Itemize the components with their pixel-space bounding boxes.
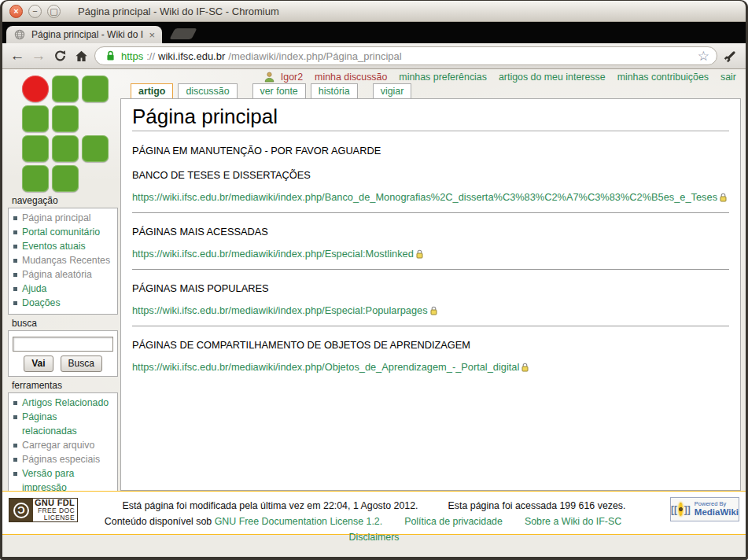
username: Igor2 xyxy=(281,72,303,83)
page-footer: Ɔ GNU FDL FREE DOC LICENSE Está página f… xyxy=(2,491,746,535)
copyleft-icon: Ɔ xyxy=(9,499,33,521)
disclaimers-link[interactable]: Disclaimers xyxy=(348,532,399,543)
tab-vigiar[interactable]: vigiar xyxy=(373,83,412,98)
forward-button[interactable]: → xyxy=(31,48,46,64)
url-separator: :// xyxy=(146,50,155,62)
search-title: busca xyxy=(8,319,118,329)
bullet-icon xyxy=(13,230,17,234)
mw-bracket-left: [[ xyxy=(671,504,677,515)
sidebar-item-pagina-principal[interactable]: Página principal xyxy=(13,211,114,225)
powered-by-text: Powered By xyxy=(695,501,726,507)
browser-window: × − ▢ Página principal - Wiki do IF-SC -… xyxy=(0,0,748,560)
reload-icon[interactable] xyxy=(52,48,68,64)
tab-strip: Página principal - Wiki do I × xyxy=(2,22,746,43)
bullet-icon xyxy=(13,259,17,263)
section-heading: BANCO DE TESES E DISSERTAÇÕES xyxy=(132,169,729,181)
tool-item-carregar-arquivo[interactable]: Carregar arquivo xyxy=(13,438,114,452)
external-link-popularpages[interactable]: https://wiki.ifsc.edu.br/mediawiki/index… xyxy=(132,304,437,316)
https-lock-icon[interactable] xyxy=(102,48,118,64)
tab-close-icon[interactable]: × xyxy=(147,29,157,41)
external-link-teses[interactable]: https://wiki.ifsc.edu.br/mediawiki/index… xyxy=(132,191,727,203)
browser-toolbar: ← → https://wiki.ifsc.edu.br/mediawiki/i… xyxy=(2,43,746,69)
window-title: Página principal - Wiki do IF-SC - Chrom… xyxy=(78,6,279,17)
section-divider xyxy=(132,269,729,270)
external-link-objetos-aprendizagem[interactable]: https://wiki.ifsc.edu.br/mediawiki/index… xyxy=(132,361,529,373)
section-divider xyxy=(132,212,729,213)
url-path: /mediawiki/index.php/Página_principal xyxy=(228,50,694,62)
external-lock-icon xyxy=(521,363,529,372)
wiki-page: Igor2 minha discussão minhas preferência… xyxy=(2,69,746,557)
preferences-link[interactable]: minhas preferências xyxy=(399,72,487,83)
external-link-mostlinked[interactable]: https://wiki.ifsc.edu.br/mediawiki/index… xyxy=(132,248,423,260)
my-talk-link[interactable]: minha discussão xyxy=(315,72,387,83)
tab-historia[interactable]: história xyxy=(311,83,358,98)
watchlist-link[interactable]: artigos do meu interesse xyxy=(499,72,606,83)
navigation-title: navegação xyxy=(8,196,118,206)
window-maximize-button[interactable]: ▢ xyxy=(47,5,61,18)
wrench-menu-icon[interactable] xyxy=(723,48,739,64)
bullet-icon xyxy=(13,401,17,405)
logout-link[interactable]: sair xyxy=(720,72,736,83)
external-lock-icon xyxy=(430,306,437,315)
mediawiki-badge[interactable]: [[ ]] Powered By MediaWiki xyxy=(670,497,739,521)
bullet-icon xyxy=(13,301,17,305)
footer-line-2: Conteúdo disponível sob GNU Free Documen… xyxy=(81,514,667,545)
tab-title: Página principal - Wiki do I xyxy=(31,29,143,40)
search-input[interactable] xyxy=(13,337,113,352)
section-heading: PÁGINAS DE COMPARTILHAMENTO DE OBJETOS D… xyxy=(132,339,729,351)
home-icon[interactable] xyxy=(73,48,89,64)
browser-tab[interactable]: Página principal - Wiki do I × xyxy=(6,26,162,43)
tab-discussao[interactable]: discussão xyxy=(178,83,237,98)
sidebar-item-pagina-aleatoria[interactable]: Página aleatória xyxy=(13,267,114,282)
bullet-icon xyxy=(13,458,17,462)
external-lock-icon xyxy=(720,193,727,202)
access-count-text: Esta página foi acessada 199 616 vezes. xyxy=(448,500,626,511)
globe-favicon-icon xyxy=(12,27,28,42)
tool-item-paginas-especiais[interactable]: Páginas especiais xyxy=(13,452,114,466)
tab-ver-fonte[interactable]: ver fonte xyxy=(252,83,306,98)
bullet-icon xyxy=(13,472,17,476)
license-prefix: Conteúdo disponível sob xyxy=(105,516,212,527)
personal-bar: Igor2 minha discussão minhas preferência… xyxy=(262,69,736,84)
url-scheme: https xyxy=(121,50,143,62)
ifsc-logo[interactable] xyxy=(22,76,118,192)
contributions-link[interactable]: minhas contribuições xyxy=(617,72,709,83)
sidebar-item-doacoes[interactable]: Doações xyxy=(13,296,114,310)
section-heading: PÁGINAS MAIS ACESSADAS xyxy=(132,226,729,238)
bullet-icon xyxy=(13,287,17,291)
sidebar-item-portal-comunitario[interactable]: Portal comunitário xyxy=(13,225,114,239)
back-button[interactable]: ← xyxy=(9,48,25,64)
window-minimize-button[interactable]: − xyxy=(28,5,42,18)
gnu-fdl-badge[interactable]: Ɔ GNU FDL FREE DOC LICENSE xyxy=(9,498,78,522)
logo-red-circle xyxy=(22,76,49,102)
tools-title: ferramentas xyxy=(8,381,118,391)
sidebar-item-mudancas-recentes[interactable]: Mudanças Recentes xyxy=(13,253,114,267)
user-person-icon xyxy=(262,69,278,85)
search-full-button[interactable]: Busca xyxy=(61,356,102,372)
window-close-button[interactable]: × xyxy=(9,5,23,18)
sunflower-icon xyxy=(679,503,683,516)
gfdl-license-link[interactable]: GNU Free Documentation License 1.2. xyxy=(215,516,383,527)
sidebar-item-ajuda[interactable]: Ajuda xyxy=(13,282,114,296)
content-area: Página principal PÁGINA EM MANUTENÇÃO - … xyxy=(120,98,741,491)
new-tab-button[interactable] xyxy=(169,28,197,39)
bullet-icon xyxy=(13,245,17,249)
sidebar-item-eventos-atuais[interactable]: Eventos atuais xyxy=(13,239,114,253)
tab-artigo[interactable]: artigo xyxy=(131,83,173,98)
about-link[interactable]: Sobre a Wiki do IF-SC xyxy=(525,516,621,527)
bookmark-star-icon[interactable]: ☆ xyxy=(698,50,709,63)
tool-item-paginas-relacionadas[interactable]: Páginas relacionadas xyxy=(13,410,114,438)
user-page-link[interactable]: Igor2 xyxy=(262,69,303,85)
sidebar: navegação Página principal Portal comuni… xyxy=(8,72,118,514)
search-go-button[interactable]: Vai xyxy=(24,356,53,372)
window-controls: × − ▢ xyxy=(9,5,61,18)
privacy-policy-link[interactable]: Política de privacidade xyxy=(404,516,503,527)
gnu-badge-line3: LICENSE xyxy=(44,514,75,521)
url-bar[interactable]: https://wiki.ifsc.edu.br/mediawiki/index… xyxy=(94,46,717,65)
tool-item-artigos-relacionado[interactable]: Artigos Relacionado xyxy=(13,396,114,410)
external-lock-icon xyxy=(416,249,423,259)
page-tabs: artigo discussão ver fonte história vigi… xyxy=(120,83,741,98)
section-divider xyxy=(132,326,729,326)
search-box: Vai Busca xyxy=(8,330,118,377)
page-title: Página principal xyxy=(132,105,729,131)
